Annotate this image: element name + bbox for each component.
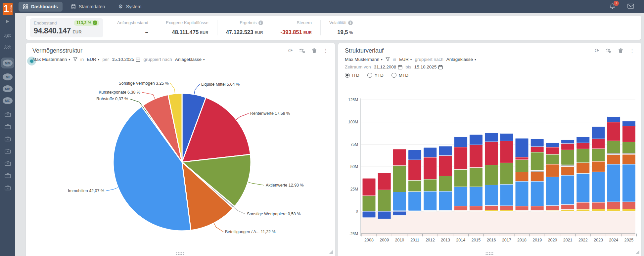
bar-segment-2023-sonstige-verm-gen[interactable] [592, 209, 605, 211]
bar-segment-2008-rentenwerte[interactable] [362, 178, 376, 196]
bar-segment-2020-sonstige-verm-gen[interactable] [546, 210, 559, 211]
bar-segment-2013-sonstige-verm-gen[interactable] [439, 210, 452, 211]
avatar-mg[interactable]: MG [3, 97, 13, 104]
bar-segment-2014-rentenwerte[interactable] [454, 147, 467, 169]
bar-segment-2024-rentenwerte[interactable] [607, 122, 620, 141]
messages-button[interactable] [627, 4, 634, 10]
bar-segment-2014-kunstexponate[interactable] [454, 206, 467, 211]
bar-segment-2011-immobilien[interactable] [408, 192, 422, 211]
bar-segment-2025-rentenwerte[interactable] [622, 126, 635, 142]
bar-segment-2022-sonstige-verm-gen[interactable] [576, 209, 590, 211]
filter-value-15-10-2025[interactable]: 15.10.2025 [414, 64, 443, 69]
bar-segment-2014-liquide-mittel[interactable] [454, 137, 467, 147]
filter-value-31-12-2008[interactable]: 31.12.2008 [374, 64, 403, 69]
briefcase-icon[interactable] [5, 173, 11, 180]
bar-segment-2025-liquide-mittel[interactable] [622, 121, 635, 126]
bar-segment-2021-rentenwerte[interactable] [561, 144, 575, 150]
radio-mtd[interactable]: MTD [391, 73, 408, 78]
bar-segment-2021-sonstige-verm-gen[interactable] [561, 209, 575, 211]
bar-segment-2023-rohstoffe[interactable] [592, 172, 605, 172]
bar-segment-2020-rentenwerte[interactable] [546, 147, 559, 154]
bar-segment-2013-liquide-mittel[interactable] [439, 146, 452, 155]
bar-segment-2021-sonstige-wertpapiere[interactable] [561, 165, 575, 166]
bar-segment-2024-sonstige-verm-gen[interactable] [607, 209, 620, 211]
bar-segment-2021-aktienwerte[interactable] [561, 150, 575, 165]
nav-stammdaten[interactable]: Stammdaten [67, 2, 110, 12]
avatar-mi[interactable]: MI [3, 73, 13, 80]
resize-handle[interactable] [329, 250, 333, 254]
bar-segment-2025-aktienwerte[interactable] [622, 142, 635, 153]
bar-segment-2023-aktienwerte[interactable] [592, 149, 605, 161]
bar-segment-2018-immobilien[interactable] [515, 181, 529, 206]
pie-slice-immobilien[interactable] [113, 107, 191, 231]
bar-segment-2015-immobilien[interactable] [469, 187, 483, 206]
bar-segment-2014-aktienwerte[interactable] [454, 169, 467, 187]
resize-handle[interactable] [636, 250, 639, 254]
pie-slice-kunstexponate[interactable] [143, 95, 182, 162]
bar-segment-2025-beteiligungen-a-[interactable] [622, 154, 635, 164]
pie-slice-liquide-mittel[interactable] [182, 93, 206, 162]
bar-segment-2008-liquide-mittel[interactable] [362, 211, 376, 218]
bar-segment-2020-beteiligungen-a-[interactable] [546, 164, 559, 177]
bar-segment-2017-immobilien[interactable] [500, 184, 513, 206]
briefcase-icon[interactable] [5, 161, 11, 167]
filter-value-max-mustermann[interactable]: Max Mustermann▾ [345, 57, 383, 62]
bar-segment-2009-sonstige-verm-gen[interactable] [378, 211, 391, 211]
briefcase-icon[interactable] [5, 149, 11, 155]
briefcase-icon[interactable] [5, 112, 11, 118]
bar-segment-2010-immobilien[interactable] [393, 192, 406, 211]
bar-segment-2024-beteiligungen-a-[interactable] [607, 155, 620, 164]
filter-value-anlageklasse[interactable]: Anlageklasse▾ [446, 57, 476, 62]
bar-segment-2010-rentenwerte[interactable] [393, 149, 406, 166]
refresh-icon[interactable]: ⟳ [595, 48, 599, 54]
bar-segment-2019-kunstexponate[interactable] [530, 206, 544, 211]
bar-segment-2019-liquide-mittel[interactable] [530, 139, 544, 147]
bar-segment-2012-aktienwerte[interactable] [424, 179, 437, 192]
bar-segment-2015-liquide-mittel[interactable] [469, 135, 483, 145]
bar-segment-2021-kunstexponate[interactable] [561, 204, 575, 209]
bar-segment-2010-liquide-mittel[interactable] [393, 211, 406, 215]
bar-segment-2018-liquide-mittel[interactable] [515, 138, 529, 157]
bar-segment-2019-aktienwerte[interactable] [530, 152, 544, 170]
filter-funnel-icon[interactable] [386, 57, 390, 62]
pie-slice-sonstige-verm-gen[interactable] [168, 93, 182, 162]
radio-itd[interactable]: ITD [345, 73, 359, 78]
bar-segment-2024-sonstige-wertpapiere[interactable] [607, 153, 620, 154]
bar-segment-2020-aktienwerte[interactable] [546, 154, 559, 164]
bar-segment-2009-liquide-mittel[interactable] [378, 211, 391, 219]
calendar-icon[interactable] [398, 65, 402, 69]
info-icon[interactable]: i [348, 21, 353, 25]
bar-segment-2023-rentenwerte[interactable] [592, 139, 605, 149]
info-icon[interactable]: i [93, 21, 97, 25]
pie-slice-aktienwerte[interactable] [182, 154, 251, 206]
bar-segment-2014-immobilien[interactable] [454, 187, 467, 206]
nav-dashboards[interactable]: Dashboards [19, 2, 63, 12]
bar-segment-2012-rentenwerte[interactable] [424, 157, 437, 179]
bar-segment-2018-aktienwerte[interactable] [515, 160, 529, 172]
bar-segment-2020-kunstexponate[interactable] [546, 206, 559, 210]
bar-segment-2019-beteiligungen-a-[interactable] [530, 172, 544, 181]
bar-segment-2021-immobilien[interactable] [561, 175, 575, 204]
bar-segment-2023-immobilien[interactable] [592, 172, 605, 202]
drag-handle[interactable] [176, 252, 185, 256]
bar-segment-2012-liquide-mittel[interactable] [424, 148, 437, 157]
bar-segment-2022-kunstexponate[interactable] [576, 202, 590, 209]
bar-segment-2016-liquide-mittel[interactable] [485, 133, 498, 142]
bar-segment-2018-beteiligungen-a-[interactable] [515, 172, 529, 181]
bar-segment-2015-aktienwerte[interactable] [469, 168, 483, 187]
kebab-menu-icon[interactable]: ⋮ [323, 48, 328, 54]
filter-value-15-10-2025[interactable]: 15.10.2025 [112, 57, 141, 62]
expand-sidebar-icon[interactable]: ▶ [6, 19, 9, 23]
bar-segment-2011-liquide-mittel[interactable] [408, 150, 422, 160]
bar-segment-2013-immobilien[interactable] [439, 191, 452, 210]
bar-segment-2020-liquide-mittel[interactable] [546, 143, 559, 147]
refresh-icon[interactable]: ⟳ [288, 48, 293, 54]
bar-segment-2017-kunstexponate[interactable] [500, 206, 513, 210]
info-icon[interactable]: i [258, 21, 263, 25]
filter-funnel-icon[interactable] [73, 57, 77, 62]
bar-segment-2025-kunstexponate[interactable] [622, 202, 635, 209]
bar-segment-2012-immobilien[interactable] [424, 191, 437, 210]
bar-segment-2012-sonstige-verm-gen[interactable] [424, 210, 437, 211]
bar-segment-2016-aktienwerte[interactable] [485, 165, 498, 185]
bar-segment-2014-sonstige-verm-gen[interactable] [454, 210, 467, 211]
